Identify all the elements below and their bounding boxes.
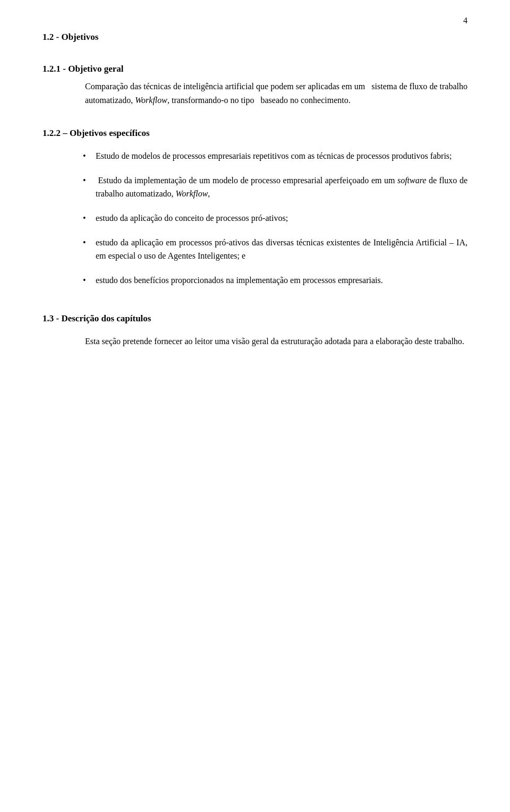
list-item: estudo dos benefícios proporcionados na …	[85, 273, 468, 287]
list-item: Estudo de modelos de processos empresari…	[85, 149, 468, 163]
bullet-5-text: estudo dos benefícios proporcionados na …	[96, 276, 383, 285]
list-item: estudo da aplicação em processos pró-ati…	[85, 236, 468, 263]
section-13-title: 1.3 - Descrição dos capítulos	[42, 313, 151, 323]
section-121-heading: 1.2.1 - Objetivo geral	[42, 64, 468, 74]
bullet-4-text: estudo da aplicação em processos pró-ati…	[96, 238, 468, 261]
section-13-paragraph: Esta seção pretende fornecer ao leitor u…	[42, 335, 468, 348]
section-12-title: 1.2 - Objetivos	[42, 32, 98, 42]
section-13-heading: 1.3 - Descrição dos capítulos	[42, 313, 468, 324]
list-item: Estudo da implementação de um modelo de …	[85, 174, 468, 201]
section-12-heading: 1.2 - Objetivos	[42, 32, 468, 42]
workflow-italic-1: Workflow	[135, 96, 167, 105]
section-122-title: 1.2.2 – Objetivos específicos	[42, 128, 150, 138]
workflow-italic-2: Workflow	[176, 189, 208, 198]
section-122-heading: 1.2.2 – Objetivos específicos	[42, 128, 468, 139]
page-number: 4	[463, 16, 468, 25]
objectives-list: Estudo de modelos de processos empresari…	[42, 149, 468, 287]
section-121-title: 1.2.1 - Objetivo geral	[42, 64, 124, 74]
list-item: estudo da aplicação do conceito de proce…	[85, 211, 468, 225]
bullet-1-text: Estudo de modelos de processos empresari…	[96, 151, 452, 160]
page: 4 1.2 - Objetivos 1.2.1 - Objetivo geral…	[0, 0, 510, 812]
bullet-3-text: estudo da aplicação do conceito de proce…	[96, 213, 288, 223]
software-italic: software	[397, 176, 427, 185]
section-121-paragraph: Comparação das técnicas de inteligência …	[42, 80, 468, 107]
bullet-2-text: Estudo da implementação de um modelo de …	[96, 176, 468, 199]
